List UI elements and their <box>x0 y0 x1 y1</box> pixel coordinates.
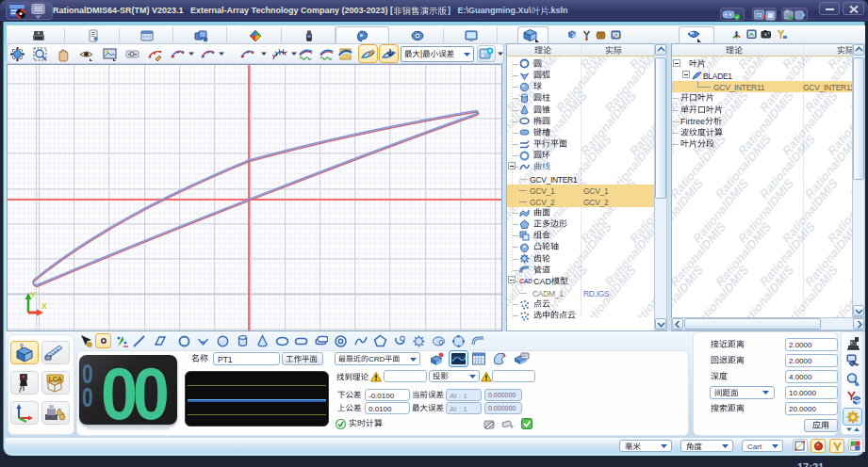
svg-text:X: X <box>41 301 47 311</box>
svg-text:Firtree: Firtree <box>680 116 705 125</box>
svg-text:CRD: CRD <box>368 355 385 363</box>
svg-text:AD: AD <box>522 278 532 284</box>
svg-text:LCA: LCA <box>49 376 62 382</box>
svg-text:Y: Y <box>30 290 36 299</box>
svg-text:CAD: CAD <box>533 277 552 286</box>
